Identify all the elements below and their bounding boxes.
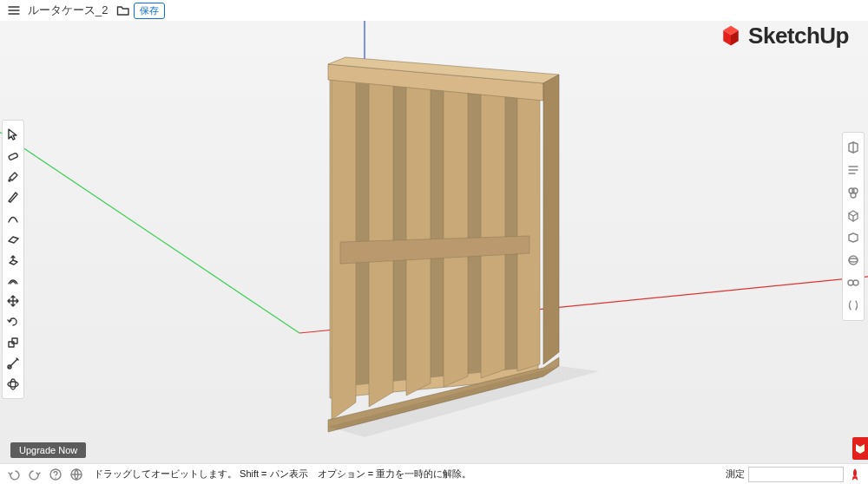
file-title: ルータケース_2 xyxy=(28,3,108,18)
rectangle-tool[interactable] xyxy=(3,229,23,248)
help-button[interactable] xyxy=(47,466,64,483)
svg-point-34 xyxy=(849,258,858,262)
entity-info-panel[interactable] xyxy=(844,138,863,157)
svg-rect-20 xyxy=(9,153,18,160)
move-tool[interactable] xyxy=(3,291,23,311)
paint-tool[interactable] xyxy=(3,167,23,186)
save-button[interactable]: 保存 xyxy=(134,3,165,19)
offset-tool[interactable] xyxy=(3,271,23,290)
svg-point-36 xyxy=(853,280,858,285)
measure-label: 測定 xyxy=(726,468,745,481)
status-bar: ドラッグしてオービットします。 Shift = パン表示 オプション = 重力を… xyxy=(0,463,868,484)
svg-point-21 xyxy=(9,180,10,181)
arc-tool[interactable] xyxy=(3,208,23,227)
instructor-panel[interactable] xyxy=(844,160,863,180)
rocket-icon[interactable] xyxy=(847,467,863,482)
svg-point-25 xyxy=(8,382,18,387)
status-hint: ドラッグしてオービットします。 Shift = パン表示 オプション = 重力を… xyxy=(94,468,471,481)
hamburger-menu[interactable] xyxy=(5,2,23,19)
styles-panel[interactable] xyxy=(844,251,863,270)
sketchup-logo-text: SketchUp xyxy=(748,23,849,49)
undo-button[interactable] xyxy=(5,466,23,483)
pushpull-tool[interactable] xyxy=(3,250,23,269)
sketchup-logo-icon xyxy=(719,24,743,49)
svg-point-35 xyxy=(848,280,853,285)
orbit-tool[interactable] xyxy=(3,375,23,394)
redo-button[interactable] xyxy=(26,466,43,483)
svg-marker-14 xyxy=(543,75,559,364)
model-object[interactable] xyxy=(328,57,599,437)
scale-tool[interactable] xyxy=(3,333,23,352)
svg-marker-10 xyxy=(517,90,540,371)
svg-marker-38 xyxy=(860,444,865,454)
components-panel[interactable] xyxy=(844,183,863,202)
sketchup-brand: SketchUp xyxy=(719,23,849,49)
left-toolbar xyxy=(2,120,24,399)
sketchup-badge[interactable] xyxy=(852,437,868,460)
svg-marker-9 xyxy=(481,88,505,378)
svg-point-26 xyxy=(10,379,16,389)
upgrade-button[interactable]: Upgrade Now xyxy=(10,442,86,458)
layers-panel[interactable] xyxy=(844,273,863,292)
svg-marker-8 xyxy=(444,85,468,387)
pencil-tool[interactable] xyxy=(3,187,23,206)
svg-point-33 xyxy=(849,256,858,265)
topbar: ルータケース_2 保存 xyxy=(0,0,868,21)
materials-panel[interactable] xyxy=(844,228,863,247)
svg-rect-23 xyxy=(12,338,17,343)
warehouse-panel[interactable] xyxy=(844,206,863,225)
select-tool[interactable] xyxy=(3,125,23,144)
tape-tool[interactable] xyxy=(3,354,23,373)
language-button[interactable] xyxy=(68,466,85,483)
viewport-3d[interactable] xyxy=(0,21,868,463)
rotate-tool[interactable] xyxy=(3,312,23,331)
folder-icon[interactable] xyxy=(116,3,130,17)
scenes-panel[interactable] xyxy=(844,296,863,315)
eraser-tool[interactable] xyxy=(3,146,23,165)
measure-input[interactable] xyxy=(748,467,844,482)
svg-marker-7 xyxy=(406,82,431,396)
right-panel-bar xyxy=(842,132,865,321)
axis-green xyxy=(0,103,299,333)
svg-marker-37 xyxy=(856,444,860,454)
svg-rect-22 xyxy=(9,342,14,347)
